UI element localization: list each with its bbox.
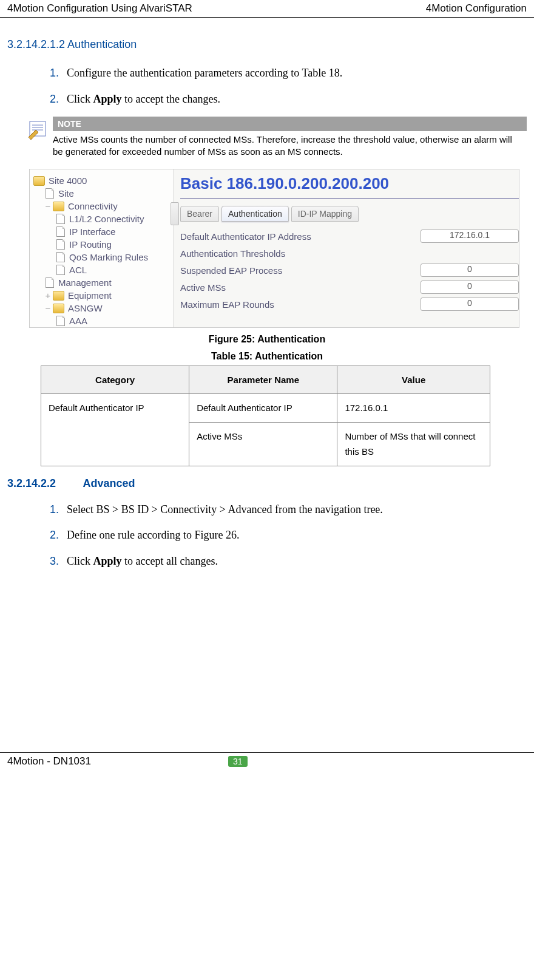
footer-left: 4Motion - DN1031 bbox=[7, 755, 91, 767]
note-text: Active MSs counts the number of connecte… bbox=[53, 131, 527, 161]
th-category: Category bbox=[41, 366, 189, 394]
step-text: Configure the authentication parameters … bbox=[67, 67, 342, 79]
page-icon bbox=[46, 277, 54, 288]
nav-tree[interactable]: Site 4000 Site −Connectivity L1/L2 Conne… bbox=[30, 169, 174, 327]
page-icon bbox=[56, 214, 65, 224]
step-text-pre: Click bbox=[67, 555, 93, 567]
panel-title: Basic 186.190.0.200.200.200 bbox=[180, 173, 519, 197]
tab-authentication[interactable]: Authentication bbox=[221, 206, 289, 222]
section-auth-num: 3.2.14.2.1.2 bbox=[7, 38, 65, 50]
step-text-pre: Click bbox=[67, 93, 93, 105]
step-number: 1. bbox=[50, 501, 59, 519]
lbl-default-auth-ip: Default Authenticator IP Address bbox=[180, 231, 421, 242]
tab-idip-mapping[interactable]: ID-IP Mapping bbox=[291, 206, 359, 222]
tree-site4000[interactable]: Site 4000 bbox=[49, 175, 87, 186]
tree-iproute[interactable]: IP Routing bbox=[69, 239, 112, 250]
tree-site[interactable]: Site bbox=[58, 188, 74, 199]
tab-bearer[interactable]: Bearer bbox=[180, 206, 219, 222]
section-adv-heading: 3.2.14.2.2 Advanced bbox=[7, 477, 527, 490]
page-icon bbox=[56, 239, 65, 250]
tree-asngw[interactable]: ASNGW bbox=[68, 303, 103, 313]
step-text-bold: Apply bbox=[93, 555, 122, 567]
th-param-name: Parameter Name bbox=[189, 366, 337, 394]
tree-qosmark[interactable]: QoS Marking Rules bbox=[69, 252, 148, 262]
tree-equip[interactable]: Equipment bbox=[68, 290, 112, 301]
step-text-post: to accept the changes. bbox=[122, 93, 220, 105]
page-icon bbox=[56, 226, 65, 237]
tree-connectivity[interactable]: Connectivity bbox=[68, 201, 118, 211]
folder-icon bbox=[33, 176, 45, 186]
page-icon bbox=[56, 265, 65, 275]
tree-l1l2[interactable]: L1/L2 Connectivity bbox=[69, 214, 144, 224]
td-value: Number of MSs that will connect this BS bbox=[337, 422, 490, 466]
th-value: Value bbox=[337, 366, 490, 394]
adv-step-3: 3. Click Apply to accept all changes. bbox=[50, 553, 527, 570]
input-active-mss[interactable]: 0 bbox=[421, 281, 519, 294]
adv-step-1: 1. Select BS > BS ID > Connectivity > Ad… bbox=[50, 501, 527, 519]
step-text-bold: Apply bbox=[93, 93, 122, 105]
lbl-auth-thresholds: Authentication Thresholds bbox=[180, 248, 519, 259]
note-icon bbox=[22, 117, 53, 161]
lbl-active-mss: Active MSs bbox=[180, 282, 421, 293]
page-icon bbox=[56, 316, 65, 326]
input-default-auth-ip[interactable]: 172.16.0.1 bbox=[421, 230, 519, 243]
td-param: Active MSs bbox=[189, 422, 337, 466]
section-auth-heading: 3.2.14.2.1.2 Authentication bbox=[7, 38, 527, 51]
lbl-max-eap-rounds: Maximum EAP Rounds bbox=[180, 299, 421, 310]
td-param: Default Authenticator IP bbox=[189, 394, 337, 423]
tree-aaa[interactable]: AAA bbox=[69, 316, 87, 326]
page-icon bbox=[46, 188, 54, 199]
adv-step-2: 2. Define one rule according to Figure 2… bbox=[50, 526, 527, 544]
section-adv-num: 3.2.14.2.2 bbox=[7, 477, 56, 489]
td-category: Default Authenticator IP bbox=[41, 394, 189, 466]
tree-ipint[interactable]: IP Interface bbox=[69, 226, 115, 237]
table-authentication: Category Parameter Name Value Default Au… bbox=[41, 366, 490, 466]
header-right: 4Motion Configuration bbox=[426, 2, 527, 15]
folder-icon bbox=[53, 304, 64, 313]
step-number: 2. bbox=[50, 526, 59, 544]
step-text: Select BS > BS ID > Connectivity > Advan… bbox=[67, 503, 383, 516]
page-number: 31 bbox=[228, 756, 248, 767]
screenshot-figure: Site 4000 Site −Connectivity L1/L2 Conne… bbox=[29, 169, 519, 328]
step-number: 2. bbox=[50, 90, 59, 108]
tree-acl[interactable]: ACL bbox=[69, 265, 87, 275]
input-max-eap-rounds[interactable]: 0 bbox=[421, 298, 519, 311]
input-suspended-eap[interactable]: 0 bbox=[421, 264, 519, 277]
section-auth-title: Authentication bbox=[67, 38, 137, 50]
step-number: 3. bbox=[50, 553, 59, 570]
expand-handle-icon[interactable] bbox=[171, 202, 179, 225]
header-left: 4Motion Configuration Using AlvariSTAR bbox=[7, 2, 192, 15]
tree-mgmt[interactable]: Management bbox=[58, 277, 112, 288]
note-title: NOTE bbox=[53, 117, 527, 131]
lbl-suspended-eap: Suspended EAP Process bbox=[180, 265, 421, 276]
td-value: 172.16.0.1 bbox=[337, 394, 490, 423]
page-icon bbox=[56, 252, 65, 262]
step-text-post: to accept all changes. bbox=[122, 555, 218, 567]
table-15-caption: Table 15: Authentication bbox=[7, 351, 527, 362]
step-number: 1. bbox=[50, 64, 59, 82]
figure-25-caption: Figure 25: Authentication bbox=[7, 334, 527, 345]
section-adv-title: Advanced bbox=[83, 477, 135, 489]
folder-icon bbox=[53, 202, 64, 211]
step-text: Define one rule according to Figure 26. bbox=[67, 529, 239, 541]
auth-step-1: 1. Configure the authentication paramete… bbox=[50, 64, 527, 82]
auth-step-2: 2. Click Apply to accept the changes. bbox=[50, 90, 527, 108]
folder-icon bbox=[53, 291, 64, 301]
